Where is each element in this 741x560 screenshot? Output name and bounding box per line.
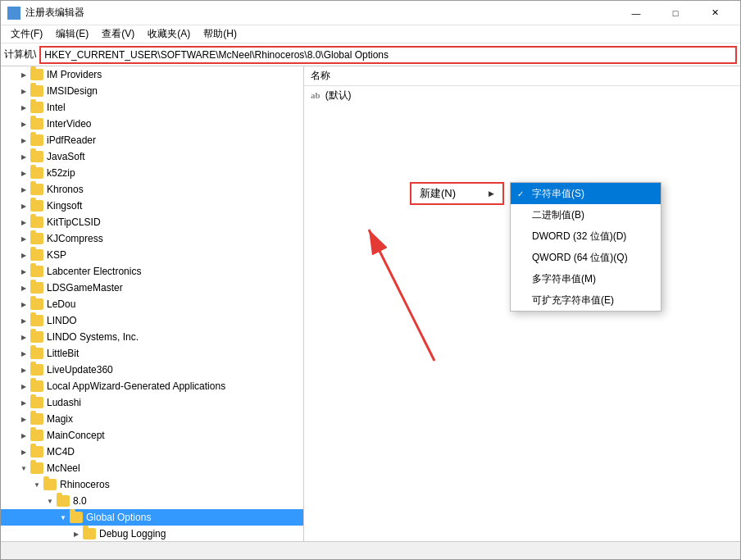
folder-icon-littlebit: [30, 348, 43, 359]
name-column-header: 名称: [311, 69, 330, 83]
tree-item-kjcompress[interactable]: ▶ KJCompress: [1, 230, 303, 247]
tree-label-debug-logging: Debug Logging: [99, 528, 166, 540]
tree-item-lindo[interactable]: ▶ LINDO: [1, 312, 303, 329]
tree-item-k52zip[interactable]: ▶ k52zip: [1, 165, 303, 181]
tree-item-khronos[interactable]: ▶ Khronos: [1, 181, 303, 198]
tree-item-ksp[interactable]: ▶ KSP: [1, 247, 303, 263]
submenu-item-multi-string[interactable]: 多字符串值(M): [511, 268, 661, 289]
submenu-label-expandable-string: 可扩充字符串值(E): [532, 294, 614, 307]
tree-item-ludashi[interactable]: ▶ Ludashi: [1, 394, 303, 411]
expander-ludashi: ▶: [17, 396, 30, 409]
status-bar: [1, 541, 740, 559]
folder-icon-khronos: [30, 184, 43, 195]
tree-item-mc4d[interactable]: ▶ MC4D: [1, 444, 303, 460]
svg-rect-0: [8, 7, 13, 12]
tree-item-im-providers[interactable]: ▶ IM Providers: [1, 66, 303, 83]
tree-item-mainconcept[interactable]: ▶ MainConcept: [1, 427, 303, 444]
tree-panel[interactable]: ▶ IM Providers ▶ IMSIDesign ▶ Intel ▶ In…: [1, 66, 304, 541]
expander-kittipclsid: ▶: [17, 216, 30, 229]
expander-magix: ▶: [17, 412, 30, 426]
submenu-item-dword-value[interactable]: DWORD (32 位值)(D): [511, 225, 661, 247]
tree-label-lindo-systems: LINDO Systems, Inc.: [47, 331, 139, 343]
tree-item-ldsgamemaster[interactable]: ▶ LDSGameMaster: [1, 280, 303, 296]
tree-item-javasoft[interactable]: ▶ JavaSoft: [1, 148, 303, 165]
folder-icon-javasoft: [30, 151, 43, 162]
address-prefix: 计算机\: [4, 48, 36, 61]
folder-icon-kittipclsid: [30, 216, 43, 228]
folder-icon-ldsgamemaster: [30, 282, 43, 294]
expander-khronos: ▶: [17, 183, 30, 196]
expander-mcneel: ▼: [17, 462, 30, 475]
new-button-label: 新建(N): [420, 186, 456, 201]
tree-item-intel[interactable]: ▶ Intel: [1, 99, 303, 116]
submenu-item-qword-value[interactable]: QWORD (64 位值)(Q): [511, 247, 661, 268]
tree-label-ldsgamemaster: LDSGameMaster: [47, 282, 123, 294]
maximize-button[interactable]: □: [657, 1, 694, 25]
submenu-item-binary-value[interactable]: 二进制值(B): [511, 204, 661, 225]
window-controls: — □ ✕: [617, 1, 734, 25]
folder-icon-lindo-systems: [30, 331, 43, 343]
tree-label-ksp: KSP: [47, 249, 66, 261]
address-input[interactable]: [39, 46, 737, 64]
tree-label-liveupdate360: LiveUpdate360: [47, 364, 113, 376]
menu-view[interactable]: 查看(V): [95, 25, 141, 43]
tree-label-labcenter: Labcenter Electronics: [47, 266, 141, 277]
tree-item-debug-logging[interactable]: ▶ Debug Logging: [1, 526, 303, 541]
tree-label-magix: Magix: [47, 413, 73, 425]
tree-item-ledou[interactable]: ▶ LeDou: [1, 296, 303, 312]
tree-item-intervideo[interactable]: ▶ InterVideo: [1, 116, 303, 132]
tree-item-kittipclsid[interactable]: ▶ KitTipCLSID: [1, 214, 303, 230]
tree-item-global-options[interactable]: ▼ Global Options: [1, 509, 303, 526]
tree-item-labcenter[interactable]: ▶ Labcenter Electronics: [1, 263, 303, 280]
menu-edit[interactable]: 编辑(E): [49, 25, 95, 43]
tree-label-global-options: Global Options: [86, 512, 151, 523]
svg-rect-2: [8, 14, 13, 19]
tree-item-kingsoft[interactable]: ▶ Kingsoft: [1, 198, 303, 214]
tree-label-intel: Intel: [47, 102, 66, 113]
folder-icon-ksp: [30, 249, 43, 261]
default-value-row[interactable]: ab (默认): [304, 86, 740, 104]
expander-littlebit: ▶: [17, 347, 30, 360]
expander-kingsoft: ▶: [17, 199, 30, 212]
folder-icon-imsidesign: [30, 85, 43, 97]
expander-intervideo: ▶: [17, 117, 30, 130]
tree-label-kjcompress: KJCompress: [47, 233, 103, 244]
new-button[interactable]: 新建(N) ▶: [410, 182, 504, 205]
submenu-item-string-value[interactable]: ✓ 字符串值(S): [511, 183, 661, 204]
tree-label-im-providers: IM Providers: [47, 69, 102, 80]
tree-label-k52zip: k52zip: [47, 167, 75, 179]
menu-file[interactable]: 文件(F): [4, 25, 49, 43]
tree-item-mcneel[interactable]: ▼ McNeel: [1, 460, 303, 476]
tree-label-ledou: LeDou: [47, 298, 75, 310]
expander-ipdfreader: ▶: [17, 134, 30, 147]
tree-item-lindo-systems[interactable]: ▶ LINDO Systems, Inc.: [1, 329, 303, 345]
tree-item-magix[interactable]: ▶ Magix: [1, 411, 303, 427]
folder-icon-8-0: [57, 495, 70, 507]
submenu-label-string-value: 字符串值(S): [532, 187, 584, 201]
tree-item-local-appwizard[interactable]: ▶ Local AppWizard-Generated Applications: [1, 378, 303, 394]
tree-item-littlebit[interactable]: ▶ LittleBit: [1, 345, 303, 362]
expander-rhinoceros: ▼: [30, 478, 43, 491]
tree-item-liveupdate360[interactable]: ▶ LiveUpdate360: [1, 362, 303, 378]
close-button[interactable]: ✕: [696, 1, 734, 25]
tree-item-imsidesign[interactable]: ▶ IMSIDesign: [1, 83, 303, 99]
minimize-button[interactable]: —: [617, 1, 655, 25]
menu-favorites[interactable]: 收藏夹(A): [141, 25, 197, 43]
right-panel-header: 名称: [304, 66, 740, 86]
menu-help[interactable]: 帮助(H): [197, 25, 243, 43]
submenu-item-expandable-string[interactable]: 可扩充字符串值(E): [511, 289, 661, 311]
folder-icon-lindo: [30, 315, 43, 326]
tree-item-rhinoceros[interactable]: ▼ Rhinoceros: [1, 476, 303, 493]
tree-item-ipdfreader[interactable]: ▶ iPdfReader: [1, 132, 303, 148]
expander-8-0: ▼: [43, 494, 57, 508]
folder-icon-labcenter: [30, 266, 43, 277]
window-title: 注册表编辑器: [25, 6, 617, 20]
tree-label-lindo: LINDO: [47, 315, 77, 326]
tree-item-8-0[interactable]: ▼ 8.0: [1, 493, 303, 509]
folder-icon-k52zip: [30, 167, 43, 179]
tree-label-mainconcept: MainConcept: [47, 430, 105, 441]
new-button-container: 新建(N) ▶: [410, 182, 504, 205]
expander-lindo: ▶: [17, 314, 30, 327]
folder-icon-ipdfreader: [30, 134, 43, 146]
svg-rect-3: [15, 14, 20, 19]
